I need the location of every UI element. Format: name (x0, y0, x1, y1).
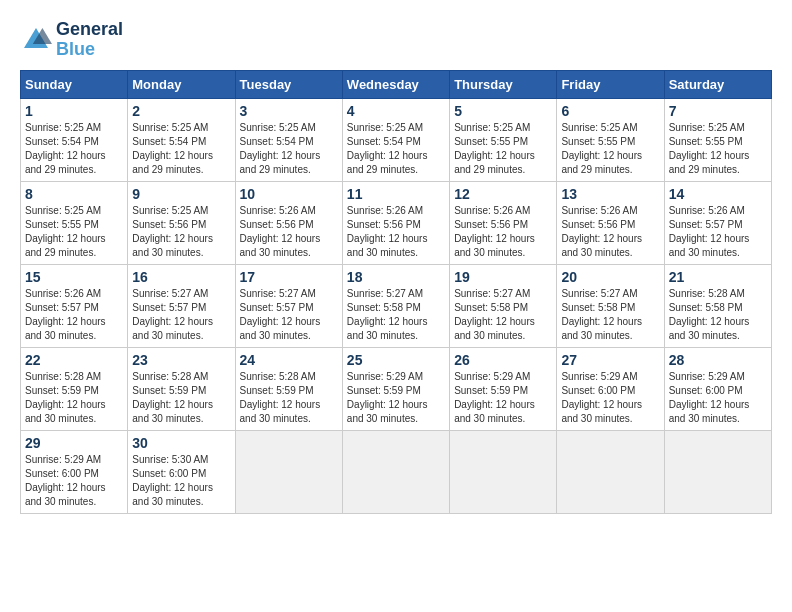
calendar-day-cell (557, 430, 664, 513)
calendar-day-cell: 17Sunrise: 5:27 AMSunset: 5:57 PMDayligh… (235, 264, 342, 347)
calendar-week-row: 8Sunrise: 5:25 AMSunset: 5:55 PMDaylight… (21, 181, 772, 264)
calendar-day-cell: 9Sunrise: 5:25 AMSunset: 5:56 PMDaylight… (128, 181, 235, 264)
day-info: Sunrise: 5:28 AMSunset: 5:59 PMDaylight:… (132, 370, 230, 426)
day-number: 27 (561, 352, 659, 368)
calendar-day-cell: 29Sunrise: 5:29 AMSunset: 6:00 PMDayligh… (21, 430, 128, 513)
calendar-day-cell: 1Sunrise: 5:25 AMSunset: 5:54 PMDaylight… (21, 98, 128, 181)
day-number: 29 (25, 435, 123, 451)
calendar: SundayMondayTuesdayWednesdayThursdayFrid… (20, 70, 772, 514)
day-info: Sunrise: 5:25 AMSunset: 5:55 PMDaylight:… (25, 204, 123, 260)
day-number: 6 (561, 103, 659, 119)
day-info: Sunrise: 5:27 AMSunset: 5:58 PMDaylight:… (561, 287, 659, 343)
day-number: 13 (561, 186, 659, 202)
day-info: Sunrise: 5:26 AMSunset: 5:56 PMDaylight:… (240, 204, 338, 260)
day-info: Sunrise: 5:26 AMSunset: 5:56 PMDaylight:… (347, 204, 445, 260)
day-info: Sunrise: 5:26 AMSunset: 5:57 PMDaylight:… (669, 204, 767, 260)
day-info: Sunrise: 5:26 AMSunset: 5:56 PMDaylight:… (454, 204, 552, 260)
day-info: Sunrise: 5:25 AMSunset: 5:54 PMDaylight:… (132, 121, 230, 177)
calendar-day-cell: 3Sunrise: 5:25 AMSunset: 5:54 PMDaylight… (235, 98, 342, 181)
calendar-day-cell: 14Sunrise: 5:26 AMSunset: 5:57 PMDayligh… (664, 181, 771, 264)
day-number: 12 (454, 186, 552, 202)
day-number: 30 (132, 435, 230, 451)
day-info: Sunrise: 5:29 AMSunset: 5:59 PMDaylight:… (347, 370, 445, 426)
day-number: 23 (132, 352, 230, 368)
calendar-day-cell: 7Sunrise: 5:25 AMSunset: 5:55 PMDaylight… (664, 98, 771, 181)
calendar-day-cell: 27Sunrise: 5:29 AMSunset: 6:00 PMDayligh… (557, 347, 664, 430)
calendar-header-wednesday: Wednesday (342, 70, 449, 98)
calendar-week-row: 15Sunrise: 5:26 AMSunset: 5:57 PMDayligh… (21, 264, 772, 347)
day-info: Sunrise: 5:25 AMSunset: 5:55 PMDaylight:… (669, 121, 767, 177)
calendar-day-cell: 13Sunrise: 5:26 AMSunset: 5:56 PMDayligh… (557, 181, 664, 264)
day-info: Sunrise: 5:26 AMSunset: 5:57 PMDaylight:… (25, 287, 123, 343)
day-number: 26 (454, 352, 552, 368)
day-info: Sunrise: 5:25 AMSunset: 5:55 PMDaylight:… (454, 121, 552, 177)
day-info: Sunrise: 5:25 AMSunset: 5:54 PMDaylight:… (347, 121, 445, 177)
day-number: 16 (132, 269, 230, 285)
calendar-day-cell: 2Sunrise: 5:25 AMSunset: 5:54 PMDaylight… (128, 98, 235, 181)
day-number: 19 (454, 269, 552, 285)
day-number: 22 (25, 352, 123, 368)
logo: General Blue (20, 20, 123, 60)
day-info: Sunrise: 5:29 AMSunset: 6:00 PMDaylight:… (669, 370, 767, 426)
calendar-day-cell: 28Sunrise: 5:29 AMSunset: 6:00 PMDayligh… (664, 347, 771, 430)
calendar-week-row: 1Sunrise: 5:25 AMSunset: 5:54 PMDaylight… (21, 98, 772, 181)
logo-text: General Blue (56, 20, 123, 60)
day-info: Sunrise: 5:29 AMSunset: 6:00 PMDaylight:… (25, 453, 123, 509)
day-info: Sunrise: 5:25 AMSunset: 5:56 PMDaylight:… (132, 204, 230, 260)
day-info: Sunrise: 5:26 AMSunset: 5:56 PMDaylight:… (561, 204, 659, 260)
calendar-day-cell: 26Sunrise: 5:29 AMSunset: 5:59 PMDayligh… (450, 347, 557, 430)
day-number: 17 (240, 269, 338, 285)
calendar-header-tuesday: Tuesday (235, 70, 342, 98)
day-info: Sunrise: 5:30 AMSunset: 6:00 PMDaylight:… (132, 453, 230, 509)
day-number: 21 (669, 269, 767, 285)
calendar-day-cell: 21Sunrise: 5:28 AMSunset: 5:58 PMDayligh… (664, 264, 771, 347)
logo-icon (20, 24, 52, 56)
day-info: Sunrise: 5:29 AMSunset: 5:59 PMDaylight:… (454, 370, 552, 426)
calendar-week-row: 29Sunrise: 5:29 AMSunset: 6:00 PMDayligh… (21, 430, 772, 513)
calendar-day-cell: 23Sunrise: 5:28 AMSunset: 5:59 PMDayligh… (128, 347, 235, 430)
day-number: 5 (454, 103, 552, 119)
calendar-day-cell (342, 430, 449, 513)
calendar-day-cell: 20Sunrise: 5:27 AMSunset: 5:58 PMDayligh… (557, 264, 664, 347)
calendar-day-cell: 8Sunrise: 5:25 AMSunset: 5:55 PMDaylight… (21, 181, 128, 264)
day-number: 25 (347, 352, 445, 368)
calendar-header-row: SundayMondayTuesdayWednesdayThursdayFrid… (21, 70, 772, 98)
calendar-day-cell: 24Sunrise: 5:28 AMSunset: 5:59 PMDayligh… (235, 347, 342, 430)
day-number: 8 (25, 186, 123, 202)
calendar-day-cell: 18Sunrise: 5:27 AMSunset: 5:58 PMDayligh… (342, 264, 449, 347)
day-info: Sunrise: 5:27 AMSunset: 5:57 PMDaylight:… (240, 287, 338, 343)
day-info: Sunrise: 5:28 AMSunset: 5:59 PMDaylight:… (240, 370, 338, 426)
calendar-day-cell: 4Sunrise: 5:25 AMSunset: 5:54 PMDaylight… (342, 98, 449, 181)
calendar-header-monday: Monday (128, 70, 235, 98)
calendar-day-cell: 6Sunrise: 5:25 AMSunset: 5:55 PMDaylight… (557, 98, 664, 181)
day-number: 18 (347, 269, 445, 285)
calendar-day-cell: 12Sunrise: 5:26 AMSunset: 5:56 PMDayligh… (450, 181, 557, 264)
calendar-day-cell: 16Sunrise: 5:27 AMSunset: 5:57 PMDayligh… (128, 264, 235, 347)
day-info: Sunrise: 5:27 AMSunset: 5:58 PMDaylight:… (347, 287, 445, 343)
calendar-day-cell: 15Sunrise: 5:26 AMSunset: 5:57 PMDayligh… (21, 264, 128, 347)
day-info: Sunrise: 5:25 AMSunset: 5:54 PMDaylight:… (240, 121, 338, 177)
calendar-day-cell: 5Sunrise: 5:25 AMSunset: 5:55 PMDaylight… (450, 98, 557, 181)
calendar-header-sunday: Sunday (21, 70, 128, 98)
day-number: 9 (132, 186, 230, 202)
day-number: 7 (669, 103, 767, 119)
day-number: 2 (132, 103, 230, 119)
calendar-day-cell: 30Sunrise: 5:30 AMSunset: 6:00 PMDayligh… (128, 430, 235, 513)
header: General Blue (20, 20, 772, 60)
calendar-week-row: 22Sunrise: 5:28 AMSunset: 5:59 PMDayligh… (21, 347, 772, 430)
calendar-day-cell: 11Sunrise: 5:26 AMSunset: 5:56 PMDayligh… (342, 181, 449, 264)
day-info: Sunrise: 5:27 AMSunset: 5:57 PMDaylight:… (132, 287, 230, 343)
day-number: 3 (240, 103, 338, 119)
day-number: 4 (347, 103, 445, 119)
calendar-day-cell: 10Sunrise: 5:26 AMSunset: 5:56 PMDayligh… (235, 181, 342, 264)
day-info: Sunrise: 5:29 AMSunset: 6:00 PMDaylight:… (561, 370, 659, 426)
day-number: 10 (240, 186, 338, 202)
calendar-day-cell (235, 430, 342, 513)
day-number: 1 (25, 103, 123, 119)
day-info: Sunrise: 5:27 AMSunset: 5:58 PMDaylight:… (454, 287, 552, 343)
day-number: 24 (240, 352, 338, 368)
calendar-header-friday: Friday (557, 70, 664, 98)
calendar-day-cell: 25Sunrise: 5:29 AMSunset: 5:59 PMDayligh… (342, 347, 449, 430)
day-info: Sunrise: 5:25 AMSunset: 5:54 PMDaylight:… (25, 121, 123, 177)
day-number: 20 (561, 269, 659, 285)
